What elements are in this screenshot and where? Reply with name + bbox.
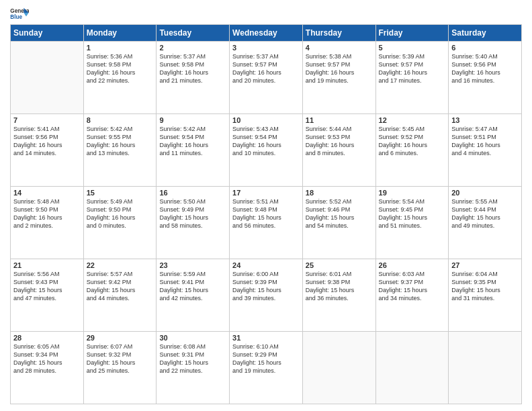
calendar-cell: 18Sunrise: 5:52 AMSunset: 9:46 PMDayligh… <box>302 187 375 259</box>
day-number: 8 <box>87 116 154 124</box>
day-number: 11 <box>306 116 373 124</box>
weekday-header-friday: Friday <box>375 25 449 42</box>
svg-text:Blue: Blue <box>10 14 22 20</box>
day-number: 7 <box>13 116 81 124</box>
calendar-cell <box>11 42 84 114</box>
calendar-cell: 2Sunrise: 5:37 AMSunset: 9:58 PMDaylight… <box>157 42 230 114</box>
day-info: Sunrise: 6:00 AMSunset: 9:39 PMDaylight:… <box>232 270 300 303</box>
calendar-week-row: 1Sunrise: 5:36 AMSunset: 9:58 PMDaylight… <box>11 42 522 114</box>
day-number: 13 <box>451 116 519 124</box>
svg-marker-3 <box>24 13 28 16</box>
calendar-cell: 12Sunrise: 5:45 AMSunset: 9:52 PMDayligh… <box>375 114 449 187</box>
day-info: Sunrise: 6:01 AMSunset: 9:38 PMDaylight:… <box>306 270 373 303</box>
day-number: 23 <box>159 261 226 269</box>
calendar-cell: 15Sunrise: 5:49 AMSunset: 9:50 PMDayligh… <box>83 187 157 259</box>
calendar-cell: 7Sunrise: 5:41 AMSunset: 9:56 PMDaylight… <box>11 114 84 187</box>
day-number: 16 <box>159 189 226 197</box>
day-number: 28 <box>13 334 81 342</box>
day-info: Sunrise: 5:42 AMSunset: 9:54 PMDaylight:… <box>159 125 226 158</box>
day-info: Sunrise: 5:56 AMSunset: 9:43 PMDaylight:… <box>13 270 81 303</box>
calendar-table: SundayMondayTuesdayWednesdayThursdayFrid… <box>10 24 522 404</box>
logo-icon: General Blue <box>10 7 29 20</box>
calendar-cell: 22Sunrise: 5:57 AMSunset: 9:42 PMDayligh… <box>83 259 157 332</box>
day-number: 25 <box>306 261 373 269</box>
weekday-header-saturday: Saturday <box>449 25 522 42</box>
day-info: Sunrise: 5:40 AMSunset: 9:56 PMDaylight:… <box>451 52 519 85</box>
day-info: Sunrise: 5:49 AMSunset: 9:50 PMDaylight:… <box>87 197 154 230</box>
day-info: Sunrise: 5:57 AMSunset: 9:42 PMDaylight:… <box>87 270 154 303</box>
day-number: 17 <box>232 189 300 197</box>
day-number: 14 <box>13 189 81 197</box>
day-number: 29 <box>87 334 154 342</box>
calendar-cell: 24Sunrise: 6:00 AMSunset: 9:39 PMDayligh… <box>230 259 303 332</box>
day-number: 21 <box>13 261 81 269</box>
day-number: 4 <box>306 44 373 52</box>
day-number: 31 <box>232 334 300 342</box>
day-info: Sunrise: 6:07 AMSunset: 9:32 PMDaylight:… <box>87 342 154 375</box>
calendar-week-row: 21Sunrise: 5:56 AMSunset: 9:43 PMDayligh… <box>11 259 522 332</box>
day-number: 20 <box>451 189 519 197</box>
day-info: Sunrise: 5:42 AMSunset: 9:55 PMDaylight:… <box>87 125 154 158</box>
calendar-cell: 29Sunrise: 6:07 AMSunset: 9:32 PMDayligh… <box>83 332 157 404</box>
day-number: 3 <box>232 44 300 52</box>
weekday-header-thursday: Thursday <box>302 25 375 42</box>
day-info: Sunrise: 6:05 AMSunset: 9:34 PMDaylight:… <box>13 342 81 375</box>
day-number: 1 <box>87 44 154 52</box>
day-number: 18 <box>306 189 373 197</box>
day-info: Sunrise: 5:50 AMSunset: 9:49 PMDaylight:… <box>159 197 226 230</box>
calendar-cell <box>302 332 375 404</box>
day-info: Sunrise: 6:04 AMSunset: 9:35 PMDaylight:… <box>451 270 519 303</box>
logo: General Blue <box>10 7 29 20</box>
calendar-cell: 31Sunrise: 6:10 AMSunset: 9:29 PMDayligh… <box>230 332 303 404</box>
calendar-cell: 11Sunrise: 5:44 AMSunset: 9:53 PMDayligh… <box>302 114 375 187</box>
weekday-header-sunday: Sunday <box>11 25 84 42</box>
day-info: Sunrise: 5:41 AMSunset: 9:56 PMDaylight:… <box>13 125 81 158</box>
calendar-cell: 6Sunrise: 5:40 AMSunset: 9:56 PMDaylight… <box>449 42 522 114</box>
day-info: Sunrise: 6:08 AMSunset: 9:31 PMDaylight:… <box>159 342 226 375</box>
calendar-cell: 14Sunrise: 5:48 AMSunset: 9:50 PMDayligh… <box>11 187 84 259</box>
day-number: 10 <box>232 116 300 124</box>
weekday-header-row: SundayMondayTuesdayWednesdayThursdayFrid… <box>11 25 522 42</box>
weekday-header-monday: Monday <box>83 25 157 42</box>
calendar-cell: 8Sunrise: 5:42 AMSunset: 9:55 PMDaylight… <box>83 114 157 187</box>
day-info: Sunrise: 6:03 AMSunset: 9:37 PMDaylight:… <box>379 270 446 303</box>
day-info: Sunrise: 5:43 AMSunset: 9:54 PMDaylight:… <box>232 125 300 158</box>
calendar-cell: 3Sunrise: 5:37 AMSunset: 9:57 PMDaylight… <box>230 42 303 114</box>
calendar-week-row: 7Sunrise: 5:41 AMSunset: 9:56 PMDaylight… <box>11 114 522 187</box>
calendar-cell: 5Sunrise: 5:39 AMSunset: 9:57 PMDaylight… <box>375 42 449 114</box>
header: General Blue <box>10 7 522 20</box>
day-info: Sunrise: 5:39 AMSunset: 9:57 PMDaylight:… <box>379 52 446 85</box>
calendar-cell: 28Sunrise: 6:05 AMSunset: 9:34 PMDayligh… <box>11 332 84 404</box>
calendar-cell: 13Sunrise: 5:47 AMSunset: 9:51 PMDayligh… <box>449 114 522 187</box>
day-info: Sunrise: 5:55 AMSunset: 9:44 PMDaylight:… <box>451 197 519 230</box>
calendar-cell: 26Sunrise: 6:03 AMSunset: 9:37 PMDayligh… <box>375 259 449 332</box>
calendar-week-row: 14Sunrise: 5:48 AMSunset: 9:50 PMDayligh… <box>11 187 522 259</box>
day-info: Sunrise: 5:37 AMSunset: 9:58 PMDaylight:… <box>159 52 226 85</box>
day-number: 26 <box>379 261 446 269</box>
day-info: Sunrise: 5:44 AMSunset: 9:53 PMDaylight:… <box>306 125 373 158</box>
day-info: Sunrise: 5:52 AMSunset: 9:46 PMDaylight:… <box>306 197 373 230</box>
day-number: 12 <box>379 116 446 124</box>
calendar-cell: 9Sunrise: 5:42 AMSunset: 9:54 PMDaylight… <box>157 114 230 187</box>
calendar-cell: 10Sunrise: 5:43 AMSunset: 9:54 PMDayligh… <box>230 114 303 187</box>
day-info: Sunrise: 5:38 AMSunset: 9:57 PMDaylight:… <box>306 52 373 85</box>
day-number: 22 <box>87 261 154 269</box>
day-info: Sunrise: 5:45 AMSunset: 9:52 PMDaylight:… <box>379 125 446 158</box>
weekday-header-tuesday: Tuesday <box>157 25 230 42</box>
day-number: 24 <box>232 261 300 269</box>
day-number: 19 <box>379 189 446 197</box>
day-number: 27 <box>451 261 519 269</box>
day-number: 30 <box>159 334 226 342</box>
calendar-cell: 1Sunrise: 5:36 AMSunset: 9:58 PMDaylight… <box>83 42 157 114</box>
day-number: 6 <box>451 44 519 52</box>
day-info: Sunrise: 5:51 AMSunset: 9:48 PMDaylight:… <box>232 197 300 230</box>
calendar-cell: 23Sunrise: 5:59 AMSunset: 9:41 PMDayligh… <box>157 259 230 332</box>
day-info: Sunrise: 5:48 AMSunset: 9:50 PMDaylight:… <box>13 197 81 230</box>
day-number: 5 <box>379 44 446 52</box>
calendar-cell: 25Sunrise: 6:01 AMSunset: 9:38 PMDayligh… <box>302 259 375 332</box>
calendar-cell <box>449 332 522 404</box>
day-number: 2 <box>159 44 226 52</box>
calendar-week-row: 28Sunrise: 6:05 AMSunset: 9:34 PMDayligh… <box>11 332 522 404</box>
calendar-cell: 17Sunrise: 5:51 AMSunset: 9:48 PMDayligh… <box>230 187 303 259</box>
calendar-cell: 4Sunrise: 5:38 AMSunset: 9:57 PMDaylight… <box>302 42 375 114</box>
